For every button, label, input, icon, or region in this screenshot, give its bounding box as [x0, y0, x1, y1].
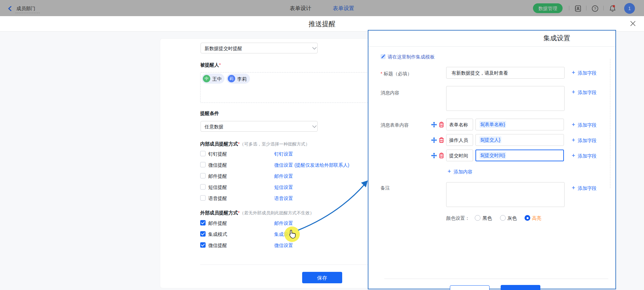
svg-text:?: ? [594, 7, 596, 11]
